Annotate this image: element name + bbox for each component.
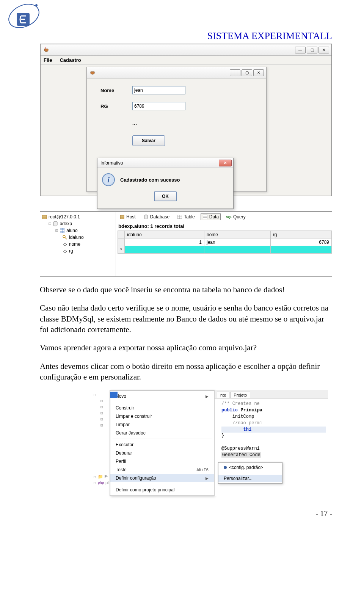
logo (7, 2, 41, 30)
tab-host[interactable]: Host (118, 213, 138, 220)
label-nome: Nome (100, 88, 123, 93)
tab-label: Query (233, 214, 246, 220)
col-idaluno[interactable]: idaluno (125, 231, 204, 238)
tab-label: Data (209, 214, 219, 220)
ctx-perfil[interactable]: Perfil (110, 457, 214, 466)
table-icon (177, 214, 182, 220)
ok-button[interactable]: OK (154, 191, 177, 201)
tree-table-label: aluno (66, 228, 77, 233)
col-rg[interactable]: rg (270, 231, 331, 238)
db-icon (53, 221, 58, 226)
tab-label: Host (126, 214, 136, 220)
ctx-limpar[interactable]: Limpar (110, 420, 214, 429)
modal-title: Informativo (100, 160, 123, 166)
tree-table[interactable]: ⊟ aluno (42, 227, 114, 234)
maximize-button[interactable]: ▢ (242, 69, 252, 76)
java-icon (89, 69, 96, 76)
paragraph: Vamos aprender agora a exportar nossa ap… (40, 342, 332, 353)
diamond-icon: ◇ (62, 248, 67, 254)
salvar-button[interactable]: Salvar (132, 135, 165, 146)
selected-project-highlight (110, 392, 118, 398)
svg-rect-12 (120, 215, 124, 217)
src-tab-projeto[interactable]: Projeto (230, 392, 250, 398)
tree-root[interactable]: root@127.0.0.1 (42, 213, 114, 220)
menubar: File Cadastro (41, 56, 331, 65)
ctx-deburar[interactable]: Deburar (110, 449, 214, 457)
tab-table[interactable]: Table (175, 213, 197, 220)
ctx-executar[interactable]: Executar (110, 441, 214, 449)
tab-database[interactable]: Database (141, 213, 171, 220)
tree-db[interactable]: ⊟ bdexp (42, 220, 114, 227)
db-icon (143, 214, 149, 220)
minimize-button[interactable]: — (230, 69, 240, 76)
host-icon (119, 214, 125, 220)
inner-titlebar: — ▢ ✕ (87, 67, 266, 78)
db-records-title: bdexp.aluno: 1 records total (118, 223, 332, 229)
input-nome[interactable] (132, 86, 185, 94)
cell-idaluno: 1 (125, 238, 204, 246)
config-submenu: <config. padrão> Personalizar... (218, 462, 282, 484)
ctx-teste[interactable]: TesteAlt+F6 (110, 466, 214, 474)
svg-rect-13 (120, 217, 124, 219)
paragraph: Antes devemos clicar com o botão direito… (40, 361, 332, 383)
cell-rg: 6789 (270, 238, 331, 246)
svg-point-2 (35, 4, 38, 6)
ctx-javadoc[interactable]: Gerar Javadoc (110, 429, 214, 437)
info-icon: i (102, 173, 115, 186)
input-rg[interactable] (132, 102, 185, 110)
close-button[interactable]: ✕ (318, 47, 329, 53)
tree-root-label: root@127.0.0.1 (49, 214, 80, 220)
menu-file[interactable]: File (44, 57, 52, 63)
submenu-personalizar[interactable]: Personalizar... (218, 475, 282, 482)
label-rg: RG (100, 104, 123, 109)
modal-message: Cadastrado com sucesso (120, 177, 180, 183)
page-title: SISTEMA EXPERIMENTALL (40, 30, 332, 42)
cell-nome: jean (204, 238, 270, 246)
java-icon (43, 47, 50, 53)
ctx-novo[interactable]: Novo▶ (110, 392, 214, 400)
minimize-button[interactable]: — (295, 47, 306, 53)
dots-label: ... (132, 121, 266, 126)
col-nome[interactable]: nome (204, 231, 270, 238)
close-button[interactable]: ✕ (253, 69, 264, 76)
tree-col-idaluno[interactable]: idaluno (42, 234, 114, 241)
ctx-definir-principal[interactable]: Definir como projeto principal (110, 486, 214, 494)
ctx-limpar-construir[interactable]: Limpar e construir (110, 412, 214, 420)
toolbar-icon[interactable] (323, 393, 328, 398)
tab-data[interactable]: Data (201, 213, 221, 220)
data-icon (202, 214, 208, 220)
ctx-definir-config[interactable]: Definir configuração▶ (110, 474, 214, 482)
table-row-new[interactable]: * (118, 246, 332, 254)
tab-query[interactable]: SQL Query (224, 213, 248, 220)
svg-rect-3 (42, 215, 47, 217)
tree-col-rg[interactable]: ◇ rg (42, 248, 114, 254)
tree-col-label: nome (69, 242, 80, 247)
tree-node-label: pl (105, 481, 108, 485)
db-data-table: idaluno nome rg 1 jean 6789 * (118, 231, 332, 254)
outer-titlebar: — ▢ ✕ (41, 44, 331, 56)
screenshot-app-window: — ▢ ✕ File Cadastro — ▢ (40, 44, 332, 277)
screenshot-ide-context-menu: ⊟ ⊞ ⊞ ⊞ ⊞ ⊞ ⊞📁E: ⊞phppl Novo▶ Construir … (93, 390, 328, 496)
svg-rect-4 (42, 217, 47, 219)
folder-icon: 📁 (98, 474, 103, 479)
code-body[interactable]: /** Creates ne public Principa initComp … (215, 398, 328, 460)
db-browser: root@127.0.0.1 ⊟ bdexp ⊟ aluno (40, 211, 332, 276)
page-number: - 17 - (40, 509, 332, 518)
menu-cadastro[interactable]: Cadastro (60, 57, 81, 63)
ctx-construir[interactable]: Construir (110, 404, 214, 412)
submenu-default[interactable]: <config. padrão> (218, 464, 282, 471)
context-menu: Novo▶ Construir Limpar e construir Limpa… (110, 390, 214, 496)
maximize-button[interactable]: ▢ (307, 47, 317, 53)
svg-rect-18 (203, 215, 207, 219)
tab-label: Database (150, 214, 169, 220)
tree-col-label: idaluno (69, 235, 84, 240)
src-tab-nte[interactable]: nte (217, 392, 229, 398)
tree-node-label: E: (105, 475, 108, 479)
modal-close-button[interactable]: ✕ (219, 160, 232, 166)
table-row[interactable]: 1 jean 6789 (118, 238, 332, 246)
tree-col-label: rg (69, 248, 73, 254)
paragraph: Caso não tenha dado certo verifique se o… (40, 303, 332, 335)
tree-col-nome[interactable]: ◇ nome (42, 241, 114, 248)
key-icon (62, 235, 67, 240)
paragraph: Observe se o dado que você inseriu se en… (40, 284, 332, 295)
